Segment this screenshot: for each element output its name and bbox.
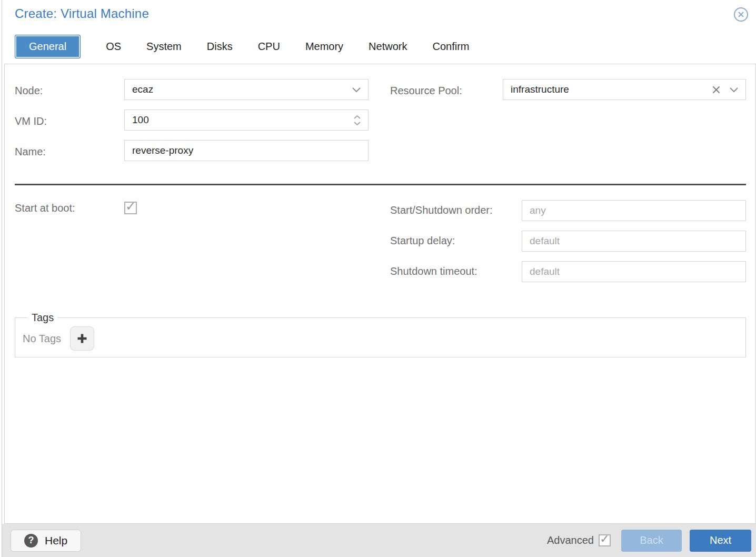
back-button[interactable]: Back (621, 530, 682, 552)
tab-memory[interactable]: Memory (305, 41, 343, 53)
dialog-title: Create: Virtual Machine (15, 6, 149, 21)
startup-section: Start at boot: ✓ Start/Shutdown order: S… (15, 200, 746, 292)
spinner-up-icon[interactable] (353, 115, 361, 120)
node-label: Node: (15, 81, 124, 98)
clear-icon[interactable] (712, 85, 721, 94)
startup-order-field[interactable] (522, 200, 746, 221)
add-tag-button[interactable] (70, 326, 94, 351)
tab-cpu[interactable]: CPU (258, 41, 280, 53)
section-divider (15, 184, 746, 185)
startup-delay-field[interactable] (522, 231, 746, 252)
vmid-spinner[interactable] (124, 110, 369, 131)
tab-confirm[interactable]: Confirm (432, 41, 469, 53)
dialog-titlebar: Create: Virtual Machine (0, 0, 756, 22)
name-label: Name: (15, 142, 124, 160)
wizard-tabbar: General OS System Disks CPU Memory Netwo… (15, 35, 756, 58)
start-at-boot-checkbox[interactable]: ✓ (124, 202, 137, 214)
startup-delay-input[interactable] (522, 231, 745, 251)
dialog-toolbar: ? Help Advanced ✓ Back Next (2, 524, 756, 557)
plus-icon (76, 333, 88, 344)
no-tags-text: No Tags (23, 333, 61, 345)
startup-order-row: Start/Shutdown order: (390, 200, 746, 221)
startup-delay-label: Startup delay: (390, 231, 522, 248)
start-at-boot-label: Start at boot: (15, 200, 124, 216)
vmid-input[interactable] (125, 110, 353, 130)
help-icon: ? (24, 534, 38, 548)
resource-pool-row: Resource Pool: (390, 79, 746, 100)
startup-order-input[interactable] (522, 201, 745, 221)
create-vm-dialog: Create: Virtual Machine General OS Syste… (0, 0, 756, 557)
help-button[interactable]: ? Help (11, 530, 81, 552)
startup-order-label: Start/Shutdown order: (390, 200, 522, 218)
shutdown-timeout-field[interactable] (522, 261, 746, 282)
node-combo[interactable] (124, 79, 369, 100)
form-body: Node: VM ID: (4, 64, 756, 524)
shutdown-timeout-label: Shutdown timeout: (390, 261, 522, 279)
checkmark-icon: ✓ (600, 533, 609, 545)
resource-pool-input[interactable] (503, 79, 712, 100)
name-input[interactable] (125, 141, 368, 161)
node-row: Node: (15, 79, 369, 100)
startup-delay-row: Startup delay: (390, 231, 746, 252)
shutdown-timeout-input[interactable] (522, 262, 745, 282)
shutdown-timeout-row: Shutdown timeout: (390, 261, 746, 282)
tags-fieldset: Tags No Tags (15, 312, 746, 357)
vmid-row: VM ID: (15, 110, 369, 131)
tab-disks[interactable]: Disks (207, 41, 233, 53)
tab-system[interactable]: System (146, 41, 182, 53)
checkmark-icon: ✓ (125, 200, 136, 213)
top-section: Node: VM ID: (15, 79, 746, 171)
tags-legend: Tags (27, 312, 58, 324)
tab-general[interactable]: General (15, 35, 81, 58)
chevron-down-icon[interactable] (729, 87, 739, 93)
advanced-label: Advanced (547, 534, 594, 546)
tab-network[interactable]: Network (369, 41, 407, 53)
vmid-label: VM ID: (15, 111, 124, 129)
help-button-label: Help (45, 534, 67, 547)
tab-os[interactable]: OS (106, 41, 121, 53)
advanced-checkbox[interactable]: ✓ (599, 534, 611, 546)
spinner-down-icon[interactable] (353, 121, 361, 126)
resource-pool-label: Resource Pool: (390, 81, 503, 98)
resource-pool-combo[interactable] (503, 79, 746, 100)
chevron-down-icon[interactable] (352, 87, 361, 93)
next-button[interactable]: Next (690, 530, 751, 552)
name-row: Name: (15, 140, 369, 161)
close-icon[interactable] (733, 7, 749, 22)
start-at-boot-row: Start at boot: ✓ (15, 200, 369, 216)
name-field[interactable] (124, 140, 369, 161)
window-left-border (2, 0, 2, 557)
node-input[interactable] (125, 79, 352, 100)
